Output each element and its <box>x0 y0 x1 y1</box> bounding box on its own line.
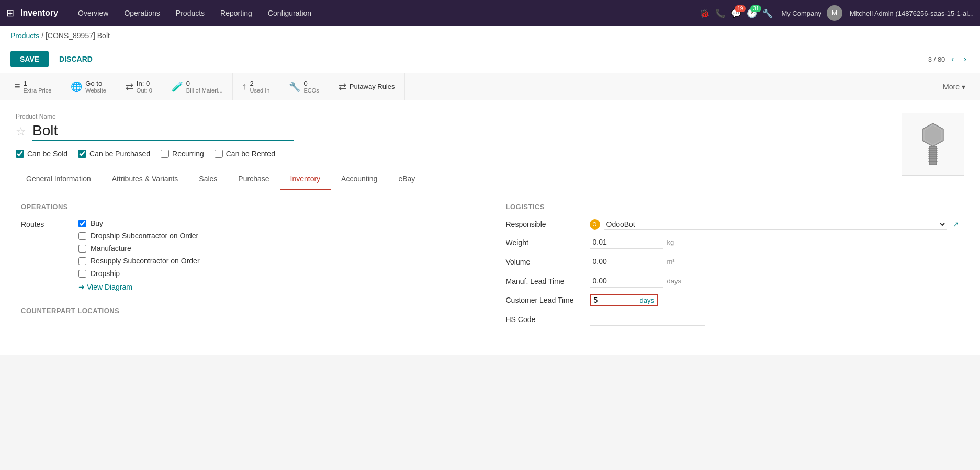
ecos-label: ECOs <box>303 87 319 94</box>
customer-lead-time-highlighted-box: days <box>590 294 658 306</box>
manuf-lead-time-input[interactable] <box>590 274 663 288</box>
clock-icon[interactable]: 🕐31 <box>747 8 757 18</box>
action-bar: SAVE DISCARD 3 / 80 ‹ › <box>0 45 980 73</box>
ecos-icon: 🔧 <box>289 81 300 93</box>
grid-icon[interactable]: ⊞ <box>6 7 14 19</box>
chat-icon[interactable]: 💬19 <box>731 8 741 18</box>
routes-field: Routes Buy Dropship Subcontractor on Ord… <box>21 219 475 278</box>
tab-ebay[interactable]: eBay <box>388 168 425 190</box>
bom-button[interactable]: 🧪 0 Bill of Materi... <box>162 73 233 100</box>
used-in-icon: ↑ <box>242 81 247 92</box>
nav-operations[interactable]: Operations <box>117 6 167 20</box>
breadcrumb-parent[interactable]: Products <box>10 31 39 40</box>
recurring-checkbox[interactable]: Recurring <box>161 150 204 158</box>
extra-price-count: 1 <box>24 79 52 87</box>
can-be-purchased-label: Can be Purchased <box>89 150 150 158</box>
brand-label: Inventory <box>20 8 58 18</box>
manuf-lead-time-label: Manuf. Lead Time <box>506 277 590 285</box>
can-be-rented-label: Can be Rented <box>226 150 275 158</box>
product-checkboxes: Can be Sold Can be Purchased Recurring C… <box>16 150 964 158</box>
customer-lead-time-label: Customer Lead Time <box>506 296 590 304</box>
used-in-button[interactable]: ↑ 2 Used In <box>233 73 280 100</box>
nav-products[interactable]: Products <box>168 6 212 20</box>
weight-input[interactable] <box>590 236 663 249</box>
nav-menu: Overview Operations Products Reporting C… <box>71 6 697 20</box>
extra-price-button[interactable]: ≡ 1 Extra Price <box>5 73 61 100</box>
chat-badge: 19 <box>735 5 746 12</box>
breadcrumb-current: [CONS_89957] Bolt <box>46 31 110 40</box>
weight-label: Weight <box>506 238 590 247</box>
pagination-label: 3 / 80 <box>928 55 945 63</box>
clock-badge: 31 <box>750 5 761 12</box>
route-resupply-sub-label: Resupply Subcontractor on Order <box>91 257 200 265</box>
out-label: Out: 0 <box>137 87 152 94</box>
go-to-website-button[interactable]: 🌐 Go to Website <box>61 73 116 100</box>
route-manufacture-label: Manufacture <box>91 244 131 253</box>
more-button[interactable]: More ▾ <box>933 73 975 100</box>
view-diagram-button[interactable]: ➜ View Diagram <box>78 283 475 291</box>
tab-attributes-variants[interactable]: Attributes & Variants <box>102 168 189 190</box>
can-be-rented-checkbox[interactable]: Can be Rented <box>215 150 275 158</box>
route-buy[interactable]: Buy <box>78 219 200 227</box>
putaway-rules-button[interactable]: ⇄ Putaway Rules <box>329 73 405 100</box>
tab-general-information[interactable]: General Information <box>16 168 102 190</box>
phone-icon[interactable]: 📞 <box>715 8 726 18</box>
route-dropship-sub[interactable]: Dropship Subcontractor on Order <box>78 232 200 240</box>
svg-rect-1 <box>929 146 937 165</box>
inventory-tab-content: Operations Routes Buy Dropship Subcontra… <box>16 190 964 345</box>
customer-lead-time-field: Customer Lead Time days <box>506 294 960 306</box>
logistics-title: Logistics <box>506 203 960 211</box>
product-image[interactable] <box>902 113 964 176</box>
more-chevron-icon: ▾ <box>962 83 965 91</box>
bom-label: Bill of Materi... <box>186 87 223 94</box>
responsible-select[interactable]: OdooBot <box>604 220 947 230</box>
prev-button[interactable]: ‹ <box>948 53 957 65</box>
customer-lead-time-unit: days <box>640 296 654 304</box>
route-dropship-sub-label: Dropship Subcontractor on Order <box>91 232 198 240</box>
tools-icon[interactable]: 🔧 <box>762 8 773 18</box>
bug-icon[interactable]: 🐞 <box>700 8 710 18</box>
hs-code-input[interactable] <box>590 313 705 326</box>
volume-unit: m³ <box>667 258 675 266</box>
nav-configuration[interactable]: Configuration <box>261 6 319 20</box>
tab-sales[interactable]: Sales <box>188 168 228 190</box>
manuf-lead-time-field: Manuf. Lead Time days <box>506 274 960 288</box>
discard-button[interactable]: DISCARD <box>53 51 99 67</box>
operations-section: Operations Routes Buy Dropship Subcontra… <box>21 203 475 332</box>
in-label: In: 0 <box>137 79 152 87</box>
can-be-sold-checkbox[interactable]: Can be Sold <box>16 150 67 158</box>
nav-reporting[interactable]: Reporting <box>213 6 260 20</box>
smart-buttons-bar: ≡ 1 Extra Price 🌐 Go to Website ⇄ In: 0 … <box>0 73 980 100</box>
bom-count: 0 <box>186 79 223 87</box>
user-avatar[interactable]: M <box>827 5 842 21</box>
hs-code-label: HS Code <box>506 315 590 324</box>
route-manufacture[interactable]: Manufacture <box>78 244 200 253</box>
responsible-label: Responsible <box>506 220 590 228</box>
customer-lead-time-input[interactable] <box>594 296 636 304</box>
can-be-purchased-checkbox[interactable]: Can be Purchased <box>78 150 150 158</box>
route-dropship-label: Dropship <box>91 269 120 278</box>
transfers-button[interactable]: ⇄ In: 0 Out: 0 <box>116 73 162 100</box>
operations-title: Operations <box>21 203 475 211</box>
product-name-input[interactable] <box>32 122 294 141</box>
recurring-label: Recurring <box>172 150 204 158</box>
product-header: Product Name ☆ Can be Sold Can be Purcha… <box>16 113 964 158</box>
route-buy-label: Buy <box>91 219 103 227</box>
tab-purchase[interactable]: Purchase <box>228 168 279 190</box>
weight-unit: kg <box>667 238 674 246</box>
save-button[interactable]: SAVE <box>10 51 49 67</box>
external-link-icon[interactable]: ↗ <box>953 220 959 228</box>
tab-accounting[interactable]: Accounting <box>331 168 388 190</box>
used-in-label: Used In <box>250 87 270 94</box>
next-button[interactable]: › <box>961 53 970 65</box>
ecos-button[interactable]: 🔧 0 ECOs <box>279 73 329 100</box>
tab-inventory[interactable]: Inventory <box>280 168 331 190</box>
transfers-icon: ⇄ <box>126 81 133 93</box>
globe-icon: 🌐 <box>71 81 82 93</box>
nav-overview[interactable]: Overview <box>71 6 116 20</box>
route-resupply-sub[interactable]: Resupply Subcontractor on Order <box>78 257 200 265</box>
route-dropship[interactable]: Dropship <box>78 269 200 278</box>
volume-input[interactable] <box>590 255 663 268</box>
favorite-star-icon[interactable]: ☆ <box>16 125 26 139</box>
svg-marker-0 <box>922 123 943 146</box>
